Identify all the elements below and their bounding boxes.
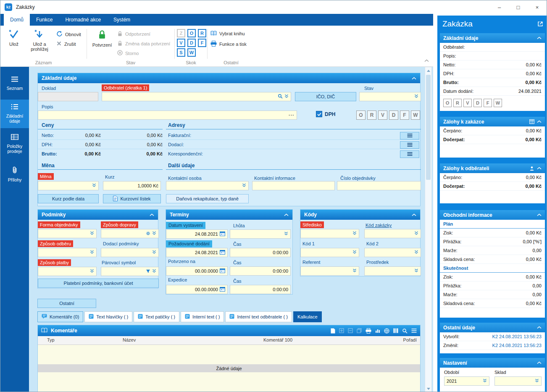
dropdown-icon[interactable] <box>414 94 418 99</box>
ribbon-tab-hromadne-akce[interactable]: Hromadné akce <box>59 14 107 26</box>
collapse-icon[interactable] <box>537 167 542 170</box>
pozadovane-dodani-input[interactable]: 24.08.2021 <box>166 248 228 257</box>
parovaci-symbol-combo[interactable] <box>101 267 159 276</box>
forma-objednavky-combo[interactable] <box>38 229 97 238</box>
scrollbar-thumb[interactable] <box>426 75 431 180</box>
kurz-podle-data-button[interactable]: Kurz podle data <box>38 194 99 203</box>
dropdown-icon[interactable] <box>242 183 246 188</box>
collapse-ribbon-icon[interactable] <box>424 56 429 64</box>
section-header[interactable]: Nastavení <box>440 358 545 368</box>
tab-komentare[interactable]: Komentáře (0) <box>37 311 83 322</box>
dropdown-icon[interactable] <box>352 250 357 255</box>
calendar-icon[interactable] <box>220 250 225 255</box>
kod-zakazky-combo[interactable] <box>364 229 421 238</box>
scroll-up-arrow[interactable] <box>425 67 431 74</box>
dropdown-icon[interactable] <box>414 250 418 255</box>
calendar-icon[interactable] <box>220 231 225 237</box>
dph-checkbox[interactable] <box>316 111 322 117</box>
ribbon-tab-funkce[interactable]: Funkce <box>30 14 59 26</box>
popis-input[interactable]: ··· <box>38 110 297 120</box>
dropdown-icon[interactable] <box>90 231 94 236</box>
dodaci-podminky-combo[interactable] <box>101 248 159 257</box>
ellipsis-button[interactable]: ··· <box>289 113 295 118</box>
kontaktni-osoba-combo[interactable] <box>166 181 249 190</box>
person-icon[interactable] <box>529 166 534 171</box>
mena-combo[interactable] <box>38 181 99 190</box>
dropdown-icon[interactable] <box>352 231 357 236</box>
kod-1-combo[interactable] <box>300 248 359 257</box>
column-komentar[interactable]: Komentář 100 <box>263 337 292 342</box>
collapse-icon[interactable] <box>537 326 542 329</box>
table-icon[interactable] <box>529 119 534 124</box>
web-icon[interactable] <box>384 328 389 334</box>
datum-vystaveni-input[interactable]: 24.08.2021 <box>166 229 228 239</box>
functions-print-button[interactable]: Funkce a tisk <box>210 41 247 47</box>
tab-text-hlavicky[interactable]: Text hlavičky ( ) <box>84 311 132 322</box>
zpusob-platby-combo[interactable] <box>38 267 97 276</box>
cas-1-input[interactable]: 0:00:00 <box>230 248 291 257</box>
expand-panel-icon[interactable] <box>537 21 543 27</box>
save-and-view-button[interactable]: Ulož a prohlížej <box>26 29 53 52</box>
dropdown-icon[interactable] <box>352 268 357 274</box>
scroll-down-arrow[interactable] <box>425 385 431 392</box>
section-header[interactable]: Obchodní informace <box>440 210 545 220</box>
vertical-scrollbar[interactable] <box>425 67 432 392</box>
ico-dic-button[interactable]: IČO, DIČ <box>295 92 356 101</box>
columns-icon[interactable] <box>393 328 398 333</box>
cislo-objednavky-input[interactable] <box>337 181 421 190</box>
collapse-icon[interactable] <box>537 213 542 216</box>
potvrzeno-na-input[interactable]: 00.00.0000 <box>166 266 228 276</box>
column-typ[interactable]: Typ <box>47 337 55 342</box>
fakturacni-address-button[interactable] <box>400 132 419 139</box>
dropdown-icon[interactable] <box>90 250 94 255</box>
gear-icon[interactable] <box>146 231 150 237</box>
collapse-icon[interactable] <box>412 77 416 80</box>
sidebar-item-prilohy[interactable]: Přílohy <box>0 160 29 189</box>
section-header[interactable]: Ostatní údaje <box>440 323 545 332</box>
collapse-icon[interactable] <box>537 37 542 39</box>
jump-letter-o[interactable]: O <box>187 29 196 37</box>
referent-combo[interactable] <box>300 266 359 276</box>
jump-letter-f[interactable]: F <box>198 39 206 47</box>
tab-kalkulace[interactable]: Kalkulace <box>293 311 322 322</box>
calendar-icon[interactable] <box>220 268 225 274</box>
dropdown-icon[interactable] <box>152 269 156 274</box>
jump-letter-v[interactable]: V <box>177 39 185 47</box>
section-header[interactable]: Zálohy k odběrateli <box>440 163 545 173</box>
jump-letter-d[interactable]: D <box>187 39 196 47</box>
sidebar-item-seznam[interactable]: Seznam <box>0 69 29 98</box>
tab-interni-text[interactable]: Interní text ( ) <box>181 311 224 322</box>
stredisko-combo[interactable] <box>300 229 359 238</box>
platebni-podminky-button[interactable]: Platební podmínky, bankovní účet <box>38 279 159 288</box>
dropdown-icon[interactable] <box>284 94 289 99</box>
jump-letter-r[interactable]: R <box>198 29 206 37</box>
zpusob-odberu-combo[interactable] <box>38 248 97 257</box>
kod-2-combo[interactable] <box>364 248 421 257</box>
chart-icon[interactable] <box>375 329 380 333</box>
dropdown-icon[interactable] <box>535 379 539 384</box>
dropdown-icon[interactable] <box>414 231 418 236</box>
dropdown-icon[interactable] <box>92 183 96 188</box>
tab-interni-text-odberatele[interactable]: Interní text odběratele ( ) <box>225 311 292 322</box>
obdobi-combo[interactable]: 2021 <box>444 376 489 386</box>
select-book-button[interactable]: Vybrat knihu <box>210 31 245 37</box>
collapse-icon[interactable] <box>412 213 416 216</box>
calendar-icon[interactable] <box>220 287 225 292</box>
section-header[interactable]: Zálohy k zakázce <box>440 117 545 126</box>
dropdown-icon[interactable] <box>90 269 94 274</box>
kontaktni-informace-input[interactable] <box>252 181 335 190</box>
dropdown-icon[interactable] <box>414 268 418 274</box>
dropdown-icon[interactable] <box>152 231 156 236</box>
cas-3-input[interactable]: 0:00:00 <box>230 285 291 294</box>
minimize-button[interactable]: – <box>490 0 509 14</box>
danova-rekapitulace-button[interactable]: Daňová rekapitulace, typ daně <box>166 194 249 203</box>
tab-text-paticky[interactable]: Text patičky ( ) <box>134 311 179 322</box>
column-nazev[interactable]: Název <box>123 337 136 342</box>
prostredek-combo[interactable] <box>364 266 421 276</box>
collapse-icon[interactable] <box>284 213 289 216</box>
lhuta-combo[interactable] <box>230 229 291 239</box>
print-icon[interactable] <box>366 328 371 334</box>
ribbon-tab-domu[interactable]: Domů <box>4 14 30 26</box>
jump-letter-w[interactable]: W <box>187 48 196 57</box>
kurz-input[interactable]: 1,0000 Kč <box>103 181 161 190</box>
